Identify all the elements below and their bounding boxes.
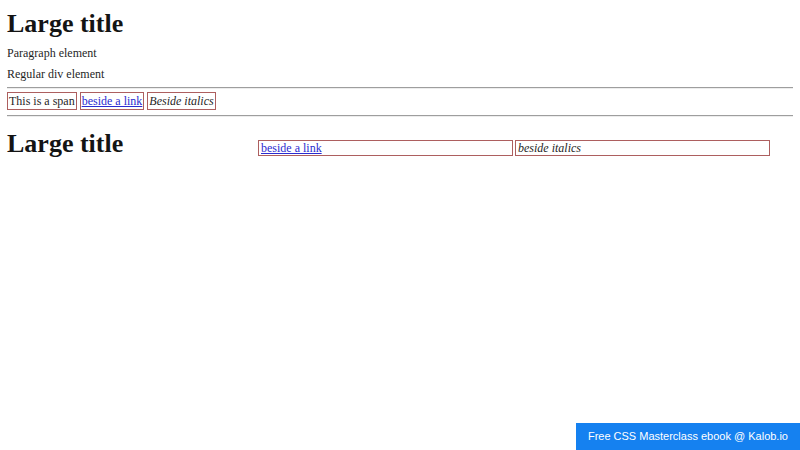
regular-div-element: Regular div element <box>7 67 793 82</box>
page-title-2: Large title <box>7 129 256 159</box>
page-content: Large title Paragraph element Regular di… <box>0 0 800 166</box>
horizontal-rule-bottom <box>7 115 793 117</box>
promo-badge[interactable]: Free CSS Masterclass ebook @ Kalob.io <box>576 423 800 450</box>
beside-a-link[interactable]: beside a link <box>82 94 143 108</box>
inline-block-row: Large title beside a link beside italics <box>7 129 793 159</box>
link-box: beside a link <box>80 92 145 110</box>
span-row: This is a spanbeside a linkBeside italic… <box>7 92 793 110</box>
page-title: Large title <box>7 9 793 39</box>
wide-italics-box: beside italics <box>515 140 770 156</box>
horizontal-rule-top <box>7 87 793 89</box>
paragraph-element: Paragraph element <box>7 46 793 61</box>
beside-a-link-2[interactable]: beside a link <box>261 141 322 155</box>
italics-element: Beside italics <box>147 92 215 110</box>
wide-link-box: beside a link <box>258 140 513 156</box>
span-element: This is a span <box>7 92 77 110</box>
